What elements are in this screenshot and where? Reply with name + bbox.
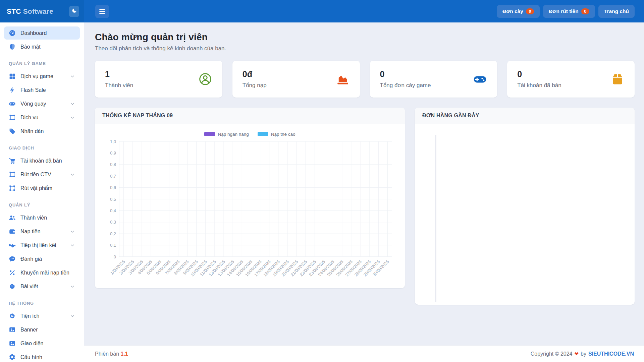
sidebar-item-dashboard[interactable]: Dashboard: [4, 26, 80, 40]
sidebar-item-label: Banner: [20, 327, 75, 333]
sidebar-item-label: Dịch vụ: [20, 115, 65, 121]
header-action-don-rut-tien[interactable]: Đơn rút tiền0: [543, 5, 595, 18]
sidebar-item-label: Cấu hình: [20, 354, 75, 360]
footer: Phiên bản 1.1 Copyright © 2024 ❤ by SIEU…: [84, 345, 644, 362]
count-badge: 0: [526, 8, 534, 14]
svg-text:0,2: 0,2: [110, 231, 116, 236]
sidebar-section-title: HỆ THỐNG: [0, 294, 84, 309]
svg-text:0,4: 0,4: [110, 208, 116, 213]
header-action-label: Trang chủ: [604, 8, 629, 14]
sidebar-item-giao-dien[interactable]: Giao diện: [4, 337, 80, 350]
chart-panel-title: THỐNG KÊ NẠP THÁNG 09: [95, 108, 405, 124]
sidebar-item-nhan-dan[interactable]: Nhãn dán: [4, 125, 80, 138]
version-number: 1.1: [121, 351, 128, 357]
sidebar-item-banner[interactable]: Banner: [4, 323, 80, 336]
stat-card: 1Thành viên: [95, 61, 222, 98]
sidebar-item-bao-mat[interactable]: Bảo mật: [4, 40, 80, 53]
gear-icon: [9, 354, 16, 361]
legend-item[interactable]: Nạp ngân hàng: [204, 132, 249, 137]
legend-swatch: [204, 132, 215, 136]
page-title: Chào mừng quản trị viên: [95, 32, 635, 43]
chevron-down-icon: [70, 115, 75, 120]
sidebar-item-label: Vòng quay: [20, 101, 65, 107]
sidebar-item-danh-gia[interactable]: Đánh giá: [4, 252, 80, 265]
sidebar-item-label: Nhãn dán: [20, 128, 75, 134]
sieuthicode-link[interactable]: SIEUTHICODE.VN: [588, 351, 634, 357]
legend-item[interactable]: Nạp thẻ cào: [258, 132, 296, 137]
orders-panel-title: ĐƠN HÀNG GẦN ĐÂY: [415, 108, 635, 124]
chevron-down-icon: [70, 229, 75, 234]
chevron-down-icon: [70, 101, 75, 107]
sidebar-item-bai-viet[interactable]: Bài viết: [4, 280, 80, 293]
header-action-label: Đơn rút tiền: [549, 8, 579, 14]
dark-mode-toggle[interactable]: [69, 6, 79, 17]
gamepad-icon: [9, 100, 16, 107]
chevron-down-icon: [70, 313, 75, 319]
header-action-trang-chu[interactable]: Trang chủ: [598, 5, 635, 18]
header-action-don-cay[interactable]: Đơn cày0: [497, 5, 540, 18]
legend-swatch: [258, 132, 268, 136]
svg-text:0,6: 0,6: [110, 185, 116, 190]
sidebar-item-khuyen-mai-nap-tien[interactable]: Khuyến mãi nạp tiền: [4, 266, 80, 279]
frame-icon: [9, 185, 16, 192]
wallet-icon: [9, 228, 16, 235]
sidebar-item-tiep-thi-lien-ket[interactable]: Tiếp thị liên kết: [4, 239, 80, 252]
sidebar-item-label: Bảo mật: [20, 44, 75, 50]
stat-value: 0: [517, 69, 561, 79]
sidebar-item-label: Bài viết: [20, 284, 65, 290]
sidebar: DashboardBảo mậtQUẢN LÝ GAMEDịch vụ game…: [0, 22, 84, 362]
recharge-chart: 1,00,90,80,70,60,50,40,30,20,101/09/2025…: [103, 138, 397, 286]
sidebar-item-thanh-vien[interactable]: Thành viên: [4, 211, 80, 224]
gauge-icon: [9, 29, 16, 37]
box-icon: [610, 72, 625, 86]
sidebar-item-dich-vu[interactable]: Dịch vụ: [4, 111, 80, 124]
chat-icon: [9, 255, 16, 262]
sidebar-item-dich-vu-game[interactable]: Dịch vụ game: [4, 70, 80, 83]
blog-icon: [9, 283, 16, 290]
users-icon: [9, 214, 16, 221]
chart-legend: Nạp ngân hàngNạp thẻ cào: [103, 130, 397, 138]
percent-icon: [9, 269, 16, 276]
sidebar-item-label: Giao diện: [20, 341, 75, 347]
chevron-down-icon: [70, 284, 75, 289]
count-badge: 0: [581, 8, 589, 14]
frame-icon: [9, 171, 16, 178]
sidebar-item-label: Đánh giá: [20, 256, 75, 262]
sidebar-item-label: Dashboard: [20, 30, 75, 36]
tag-icon: [9, 128, 16, 135]
sidebar-item-tai-khoan-da-ban[interactable]: Tài khoản đã bán: [4, 154, 80, 167]
legend-label: Nạp ngân hàng: [218, 132, 249, 137]
image-icon: [9, 326, 16, 333]
sidebar-item-label: Rút tiền CTV: [20, 172, 65, 178]
page-subtitle: Theo dõi phân tích và thống kê kinh doan…: [95, 45, 635, 52]
recharge-chart-panel: THỐNG KÊ NẠP THÁNG 09 Nạp ngân hàngNạp t…: [95, 108, 405, 288]
sidebar-item-label: Khuyến mãi nạp tiền: [20, 270, 75, 276]
sidebar-item-label: Rút vật phẩm: [20, 185, 75, 191]
stat-value: 1: [105, 69, 133, 79]
shield-icon: [9, 43, 16, 50]
svg-text:0,1: 0,1: [110, 243, 116, 248]
stat-label: Tổng đơn cày game: [380, 82, 431, 89]
sidebar-item-flash-sale[interactable]: Flash Sale: [4, 83, 80, 97]
stat-card: 0Tổng đơn cày game: [370, 61, 497, 98]
heart-icon: ❤: [575, 351, 579, 357]
sidebar-section-title: QUẢN LÝ GAME: [0, 54, 84, 69]
sidebar-item-label: Tài khoản đã bán: [20, 158, 75, 164]
sidebar-item-nap-tien[interactable]: Nạp tiền: [4, 225, 80, 238]
sidebar-toggle-button[interactable]: [95, 5, 109, 18]
header-main: Đơn cày0Đơn rút tiền0Trang chủ: [84, 0, 644, 22]
sidebar-item-vong-quay[interactable]: Vòng quay: [4, 97, 80, 110]
stats-row: 1Thành viên0đTổng nạp0Tổng đơn cày game0…: [95, 61, 635, 98]
sidebar-item-rut-tien-ctv[interactable]: Rút tiền CTV: [4, 168, 80, 181]
sidebar-item-tien-ich[interactable]: Tiện ích: [4, 309, 80, 322]
svg-text:0: 0: [114, 254, 116, 259]
grid-icon: [9, 73, 16, 80]
stat-value: 0đ: [243, 69, 267, 79]
sidebar-item-rut-vat-pham[interactable]: Rút vật phẩm: [4, 182, 80, 195]
sidebar-item-label: Flash Sale: [20, 87, 75, 93]
sidebar-item-cau-hinh[interactable]: Cấu hình: [4, 351, 80, 362]
chevron-down-icon: [70, 172, 75, 177]
bolt-icon: [9, 86, 16, 94]
blog-icon: [9, 312, 16, 319]
stat-label: Tổng nạp: [243, 82, 267, 89]
